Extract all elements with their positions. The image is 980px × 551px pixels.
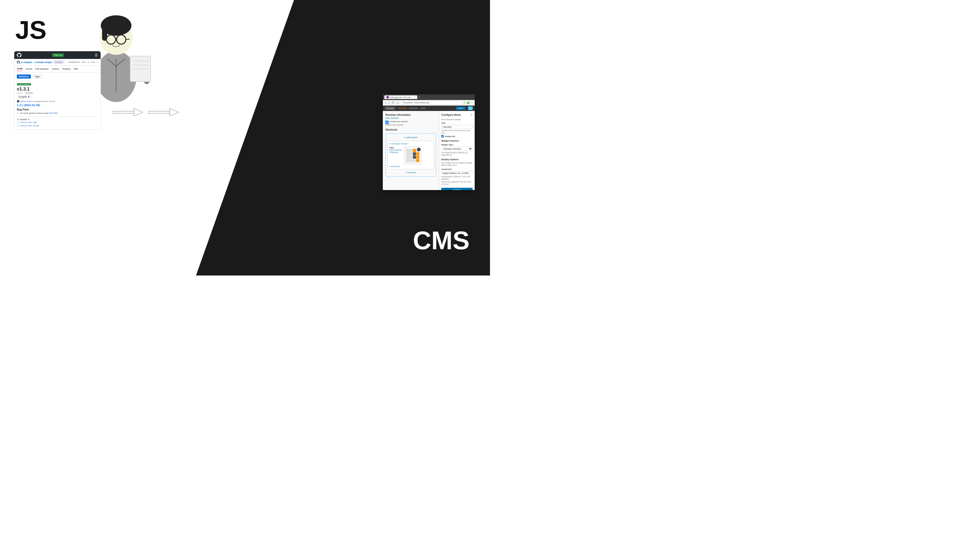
widget-cell-dark [413,152,416,156]
github-logo-icon [17,53,21,57]
bookmark-icon[interactable]: ☆ [464,101,466,104]
title-label: Title [441,122,473,124]
latest-badge: Latest release [17,83,31,86]
gh-actions: Notifications Star 0 Fork 1 [68,61,98,63]
new-revision-link[interactable]: New revision [385,117,436,119]
widget-cell [410,156,413,159]
assets-title[interactable]: ▼ Assets 2 [17,118,98,121]
url-text: local.contrib.com [414,102,430,104]
nav-actions[interactable]: Actions [52,67,59,71]
breadcrumb-user[interactable]: js-widgets [21,61,32,64]
toolbar-shortcuts[interactable]: Shortcuts [398,107,407,110]
home-button[interactable]: ⌂ [396,101,399,105]
svg-line-8 [126,39,130,40]
svg-rect-17 [148,111,171,113]
toolbar-shortcuts-label[interactable]: Shortcuts [409,107,418,110]
block-description: Block description Widget [441,119,473,121]
nav-projects[interactable]: Projects [62,67,71,71]
release-version: v1.3.1 [17,86,98,92]
tags-label: Tags: [389,146,395,149]
widget-cell [410,159,413,162]
refresh-button[interactable]: ↻ [391,101,395,105]
display-title-check: Display title [441,135,473,138]
nav-wiki[interactable]: Wiki [74,67,78,71]
widget-cell-orange [413,149,416,152]
title-description: The title of the block as shown to the u… [441,129,473,134]
breadcrumb-repo[interactable]: example-widget [35,61,52,64]
widget-type-select[interactable]: Example Calculator [441,147,473,151]
release-item: Latest release v1.3.1 v1.3.1 · 5d229d6 C… [17,81,98,117]
toolbar-local[interactable]: Local [420,107,425,110]
cms-label: CMS [413,226,469,255]
tag-supermarkets[interactable]: Supermarkets [389,149,402,151]
tab-title: Edit layout for The real de [390,96,413,98]
hamburger-menu-icon[interactable]: ☰ [95,53,98,57]
assets-section: ▼ Assets 2 📄 Source code (zip) 📄 Source … [17,118,98,127]
back-button[interactable]: ‹ [384,101,387,105]
star-count: 0 [88,61,89,63]
widget-cell [413,159,416,162]
tags-button[interactable]: Tags [32,75,42,79]
arrow-1 [112,107,143,118]
github-topbar: Sign up ☰ [14,51,100,59]
widget-cell-orange [416,152,419,156]
add-section-button[interactable]: + Add section [387,135,434,140]
create-revision-label: Create new revision [390,121,408,123]
fork-count: 1 [97,61,98,63]
create-revision-checkbox[interactable] [385,121,389,124]
drupal-toolbar: Manage Shortcuts Shortcuts Local admin ✎ [383,106,475,111]
notifications-link[interactable]: Notifications [68,61,80,63]
shortcuts-title: Shortcuts [385,128,436,131]
title-input[interactable] [441,125,473,129]
new-tab-button[interactable]: + [418,95,420,99]
nav-issues[interactable]: Issues [26,67,32,71]
bug-fix-link[interactable]: 5d229fd [49,112,57,114]
update-button[interactable]: Update [441,188,473,190]
edit-icon-button[interactable]: ✎ [468,106,473,110]
admin-button[interactable]: admin [456,106,466,110]
tab-close-button[interactable]: × [414,96,415,98]
menu-icon[interactable]: ⋮ [471,101,473,104]
browser-nav: ‹ › ↻ ⌂ Personal ● local.contrib.com ☆ 🧩… [383,100,475,106]
asset-item-tar[interactable]: 📄 Source code (tar.gz) [17,124,98,127]
widget-type-label: Widget Type [441,144,473,146]
tab-favicon [387,96,389,98]
browser-tab[interactable]: Edit layout for The real de × [384,95,417,99]
config-close-button[interactable]: × [471,113,473,117]
arrows-container [112,107,179,118]
asset-item-zip[interactable]: 📄 Source code (zip) [17,121,98,124]
widget-cell [410,152,413,156]
svg-marker-18 [170,108,179,116]
nav-code[interactable]: Code [17,67,23,71]
widget-number-badge: ① [417,148,421,151]
bug-fix-item: use more generic postcss-wrap (5d229fd) [17,112,98,114]
release-meta: v1.3.1 · 5d229d6 [17,92,98,94]
add-block-bottom-button[interactable]: + Add block [387,170,434,175]
forward-button[interactable]: › [388,101,390,105]
extensions-icon[interactable]: 🧩 [467,101,470,104]
star-link[interactable]: Star [82,61,86,63]
widget-instance-title: Widget Instance [441,140,473,142]
revisions-required-note: Revisions are required. [385,124,436,126]
widget-cell [406,159,409,162]
compare-button[interactable]: Compare ▼ [17,95,32,98]
config-panel-title: Configure block [441,114,461,116]
revision-section: Revision information New revision Create… [385,114,436,126]
display-title-checkbox[interactable] [441,135,444,138]
bug-fixes-title: Bug Fixes [17,108,98,111]
tags-list: Tags: Supermarkets Shopping [389,146,402,164]
releases-button[interactable]: Releases [17,75,31,79]
github-signup-button[interactable]: Sign up [52,53,64,57]
fork-link[interactable]: Fork [91,61,95,63]
avatar [17,100,19,103]
widget-cell [406,156,409,159]
tag-shopping[interactable]: Shopping [389,151,402,153]
nav-more[interactable]: ... [96,67,98,71]
nav-pull-requests[interactable]: Pull requests [35,67,49,71]
add-block-button[interactable]: + Add block [389,165,400,168]
toolbar-manage[interactable]: Manage [385,106,395,110]
content-id-input[interactable] [441,171,473,175]
commit-hash: 5d229d6 [25,92,33,94]
url-bar[interactable]: Personal ● local.contrib.com [401,101,463,105]
configure-section-button[interactable]: ✕ Configure Section ! [389,143,409,145]
